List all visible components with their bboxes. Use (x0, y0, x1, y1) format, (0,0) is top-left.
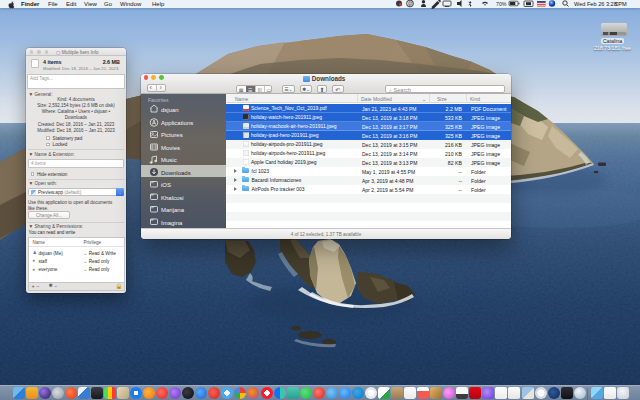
svg-text:70%: 70% (496, 1, 507, 7)
svg-text:@: @ (408, 1, 413, 7)
